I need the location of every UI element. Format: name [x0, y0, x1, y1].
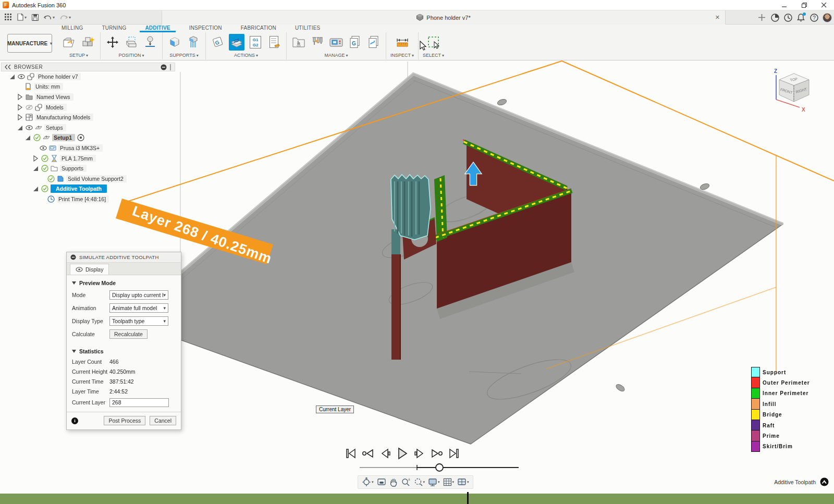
group-label-inspect[interactable]: INSPECT	[390, 53, 414, 58]
tab-turning[interactable]: TURNING	[92, 25, 136, 32]
file-menu-button[interactable]	[16, 11, 28, 23]
look-at-button[interactable]	[376, 476, 387, 488]
collapsed-triangle-icon[interactable]	[16, 114, 23, 121]
autodesk-badge-icon[interactable]	[820, 477, 829, 486]
tab-utilities[interactable]: UTILITIES	[286, 25, 329, 32]
bar-support-button[interactable]	[186, 34, 201, 51]
browser-row-units[interactable]: Units: mm	[1, 82, 175, 92]
post-library-button[interactable]: G	[347, 34, 363, 51]
app-grid-button[interactable]	[3, 11, 14, 23]
move-components-button[interactable]	[105, 34, 120, 51]
browser-header[interactable]: BROWSER	[1, 63, 175, 71]
zoom-button[interactable]: ±	[400, 476, 411, 488]
eye-icon[interactable]	[40, 144, 47, 152]
browser-row-print-time[interactable]: Print Time [4:48:16]	[1, 194, 175, 204]
setup-sheet-button[interactable]	[266, 34, 282, 51]
place-on-platform-button[interactable]	[142, 34, 158, 51]
group-label-manage[interactable]: MANAGE	[324, 53, 348, 58]
new-setup-button[interactable]	[62, 34, 77, 51]
tab-fabrication[interactable]: FABRICATION	[231, 25, 286, 32]
expanded-triangle-icon[interactable]	[8, 73, 16, 80]
section-statistics[interactable]: Statistics	[67, 343, 181, 357]
group-label-supports[interactable]: SUPPORTS	[169, 53, 198, 58]
eye-icon[interactable]	[26, 124, 33, 131]
browser-row-machine[interactable]: Prusa i3 MK3S+	[1, 143, 175, 153]
group-label-setup[interactable]: SETUP	[69, 53, 88, 58]
recent-activity-icon[interactable]	[783, 13, 792, 22]
go-to-end-button[interactable]	[447, 446, 461, 461]
undo-button[interactable]	[42, 11, 56, 23]
browser-row-document[interactable]: Phone holder v7	[1, 71, 175, 82]
tab-milling[interactable]: MILLING	[52, 25, 92, 32]
info-icon[interactable]: i	[71, 417, 78, 424]
display-settings-button[interactable]: ▾	[427, 476, 441, 488]
tab-additive[interactable]: ADDITIVE	[136, 25, 179, 32]
expanded-triangle-icon[interactable]	[16, 124, 23, 131]
user-avatar[interactable]	[823, 13, 832, 22]
browser-row-material[interactable]: PLA 1.75mm	[1, 153, 175, 164]
eye-icon[interactable]	[18, 73, 25, 80]
close-button[interactable]	[814, 0, 834, 10]
arrange-button[interactable]	[124, 34, 139, 51]
pan-button[interactable]	[388, 476, 399, 488]
active-setup-radio-icon[interactable]	[77, 134, 84, 141]
viewports-button[interactable]: ▾	[456, 476, 470, 488]
new-additive-setup-button[interactable]	[80, 34, 96, 51]
collapsed-triangle-icon[interactable]	[32, 155, 39, 162]
restore-button[interactable]	[794, 0, 814, 10]
post-process-button[interactable]: Post Process	[104, 416, 145, 425]
group-label-position[interactable]: POSITION	[118, 53, 144, 58]
orbit-button[interactable]: ▾	[361, 476, 375, 488]
workspace-selector-button[interactable]: MANUFACTURE	[7, 34, 52, 53]
eye-off-icon[interactable]	[26, 104, 33, 111]
browser-row-models[interactable]: Models	[1, 102, 175, 113]
expanded-triangle-icon[interactable]	[32, 165, 39, 172]
panel-grip-icon[interactable]	[169, 64, 171, 70]
section-preview-mode[interactable]: Preview Mode	[67, 275, 181, 288]
volume-support-button[interactable]	[167, 34, 182, 51]
section-collapse-icon[interactable]	[72, 281, 76, 285]
grid-snap-button[interactable]: ▾	[442, 476, 456, 488]
recalculate-button[interactable]: Recalculate	[109, 329, 148, 339]
simulate-additive-toolpath-button[interactable]	[229, 34, 244, 51]
browser-row-supports[interactable]: Supports	[1, 163, 175, 174]
view-cube[interactable]: Z X TOP FRONT RIGHT	[769, 67, 821, 116]
browser-row-manufacturing-models[interactable]: Manufacturing Models	[1, 112, 175, 122]
timeline-handle[interactable]	[436, 464, 443, 471]
browser-row-solid-volume-support[interactable]: Solid Volume Support2	[1, 174, 175, 184]
step-backward-button[interactable]	[378, 446, 392, 461]
browser-row-named-views[interactable]: Named Views	[1, 92, 175, 102]
post-process-button-toolbar[interactable]: G	[210, 34, 226, 51]
machining-code-button[interactable]: G1G2	[248, 34, 263, 51]
browser-row-setups[interactable]: Setups	[1, 122, 175, 133]
new-tab-button[interactable]	[757, 13, 766, 22]
animation-dropdown[interactable]: Animate full model	[109, 303, 168, 313]
help-icon[interactable]: ?	[810, 13, 818, 22]
tool-library-button[interactable]	[310, 34, 325, 51]
browser-row-setup1[interactable]: Setup1	[1, 133, 175, 143]
collapsed-triangle-icon[interactable]	[16, 104, 23, 111]
tab-display[interactable]: Display	[70, 264, 109, 275]
minimize-button[interactable]	[775, 0, 794, 10]
remove-panel-icon[interactable]	[161, 64, 167, 70]
browser-row-additive-toolpath[interactable]: Additive Toolpath	[1, 184, 175, 194]
step-forward-button[interactable]	[413, 446, 426, 461]
machine-library-button[interactable]	[328, 34, 344, 51]
dialog-header[interactable]: SIMULATE ADDITIVE TOOLPATH	[67, 252, 181, 263]
tab-inspection[interactable]: INSPECTION	[180, 25, 231, 32]
notifications-bell-icon[interactable]	[796, 13, 805, 22]
print-settings-library-button[interactable]	[291, 34, 306, 51]
go-to-start-button[interactable]	[344, 446, 358, 461]
template-library-button[interactable]	[366, 34, 382, 51]
document-tab-close-icon[interactable]: ✕	[715, 14, 720, 21]
expanded-triangle-icon[interactable]	[24, 134, 31, 141]
dialog-menu-icon[interactable]	[70, 254, 76, 260]
job-status-icon[interactable]	[770, 13, 779, 22]
mode-dropdown[interactable]: Display upto current lay...	[109, 290, 168, 300]
play-button[interactable]	[396, 446, 409, 461]
group-label-actions[interactable]: ACTIONS	[234, 53, 258, 58]
current-layer-input[interactable]	[109, 398, 169, 407]
collapsed-triangle-icon[interactable]	[16, 93, 23, 101]
redo-button[interactable]	[58, 11, 72, 23]
expanded-triangle-icon[interactable]	[32, 185, 39, 192]
